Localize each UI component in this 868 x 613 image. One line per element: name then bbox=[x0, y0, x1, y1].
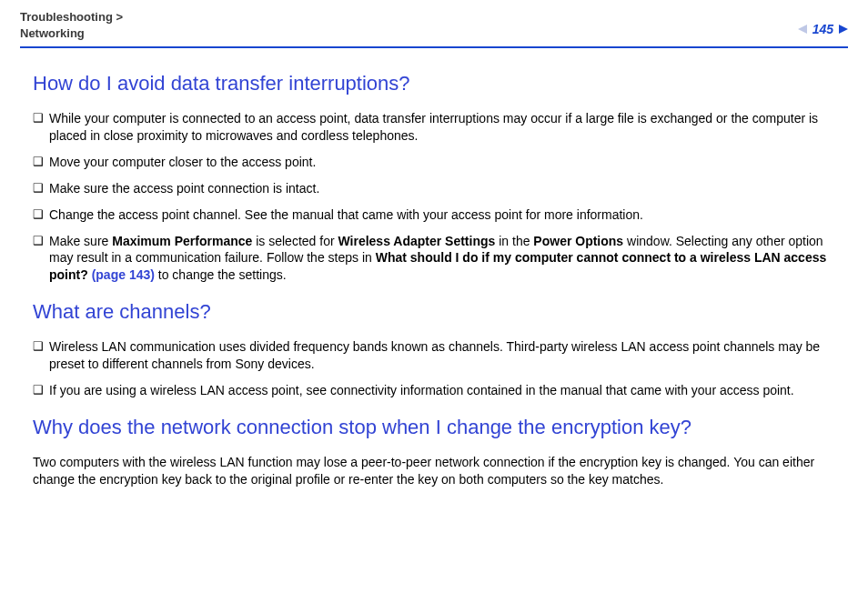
section-heading: Why does the network connection stop whe… bbox=[33, 416, 835, 439]
header-rule bbox=[20, 46, 848, 48]
text-run: to change the settings. bbox=[155, 267, 287, 282]
bold-text: Wireless Adapter Settings bbox=[338, 234, 495, 248]
bullet-text: Make sure Maximum Performance is selecte… bbox=[49, 233, 835, 285]
bullet-text: Wireless LAN communication uses divided … bbox=[49, 338, 835, 373]
bold-text: Power Options bbox=[533, 234, 623, 248]
list-item: ❑ Make sure the access point connection … bbox=[33, 180, 835, 197]
page-header: Troubleshooting > Networking 145 bbox=[20, 9, 848, 46]
page-number: 145 bbox=[812, 22, 833, 36]
list-item: ❑ Move your computer closer to the acces… bbox=[33, 154, 835, 171]
bullet-icon: ❑ bbox=[33, 207, 49, 222]
breadcrumb: Troubleshooting > Networking bbox=[20, 9, 123, 41]
text-run: is selected for bbox=[252, 234, 338, 248]
breadcrumb-line-1: Troubleshooting > bbox=[20, 9, 123, 25]
list-item: ❑ If you are using a wireless LAN access… bbox=[33, 382, 835, 399]
list-item: ❑ Change the access point channel. See t… bbox=[33, 206, 835, 224]
bold-text: Maximum Performance bbox=[112, 234, 252, 248]
list-item: ❑ Wireless LAN communication uses divide… bbox=[33, 338, 835, 373]
content-area: How do I avoid data transfer interruptio… bbox=[20, 72, 848, 488]
bullet-text: While your computer is connected to an a… bbox=[49, 110, 835, 145]
bullet-list: ❑ While your computer is connected to an… bbox=[33, 110, 835, 284]
next-page-arrow-icon[interactable] bbox=[839, 25, 848, 34]
bullet-icon: ❑ bbox=[33, 181, 49, 196]
bullet-text: Make sure the access point connection is… bbox=[49, 180, 835, 197]
bullet-icon: ❑ bbox=[33, 234, 49, 248]
body-paragraph: Two computers with the wireless LAN func… bbox=[33, 454, 835, 488]
text-run: in the bbox=[495, 234, 533, 248]
page-nav: 145 bbox=[798, 22, 848, 36]
bullet-list: ❑ Wireless LAN communication uses divide… bbox=[33, 338, 835, 399]
bullet-icon: ❑ bbox=[33, 155, 49, 169]
bullet-text: Move your computer closer to the access … bbox=[49, 154, 835, 171]
prev-page-arrow-icon[interactable] bbox=[798, 25, 807, 34]
page-root: Troubleshooting > Networking 145 How do … bbox=[0, 0, 868, 613]
list-item: ❑ While your computer is connected to an… bbox=[33, 110, 835, 145]
bullet-icon: ❑ bbox=[33, 339, 49, 354]
bullet-text: If you are using a wireless LAN access p… bbox=[49, 382, 835, 399]
breadcrumb-line-2: Networking bbox=[20, 25, 123, 42]
text-run: Make sure bbox=[49, 234, 112, 248]
bullet-text: Change the access point channel. See the… bbox=[49, 206, 835, 224]
section-heading: What are channels? bbox=[33, 300, 835, 324]
page-reference-link[interactable]: (page 143) bbox=[92, 267, 155, 282]
bullet-icon: ❑ bbox=[33, 383, 49, 397]
bullet-icon: ❑ bbox=[33, 111, 49, 126]
section-heading: How do I avoid data transfer interruptio… bbox=[33, 72, 835, 95]
list-item: ❑ Make sure Maximum Performance is selec… bbox=[33, 233, 835, 285]
